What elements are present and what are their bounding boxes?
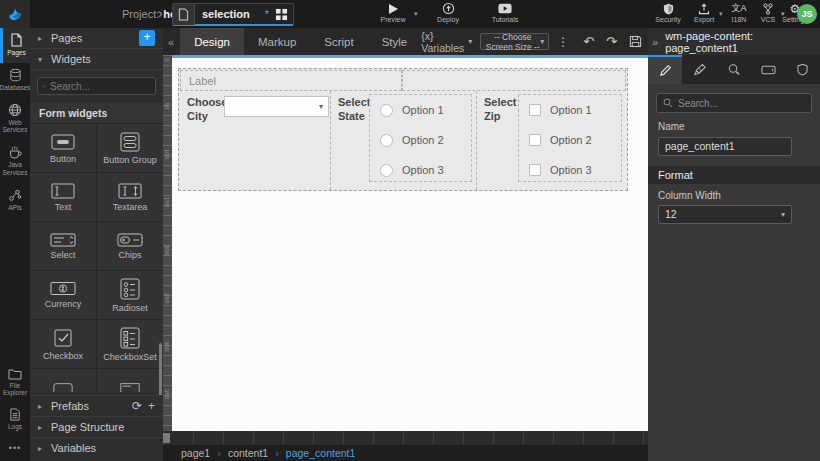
rail-item-apis[interactable]: APIs — [0, 183, 30, 218]
preview-chevron-icon[interactable]: ▾ — [414, 10, 418, 18]
radio-icon[interactable] — [380, 134, 393, 147]
search-icon — [663, 98, 673, 108]
section-pages[interactable]: ▸ Pages + — [30, 28, 163, 49]
section-widgets[interactable]: ▾ Widgets — [30, 49, 163, 70]
checkbox-icon[interactable] — [529, 104, 541, 116]
tab-style[interactable]: Style — [368, 28, 422, 55]
collapse-left-panel-icon[interactable]: « — [163, 36, 180, 48]
open-page-tab[interactable]: selection * — [172, 3, 294, 26]
tutorials-button[interactable]: Tutorials — [483, 2, 527, 23]
wavemaker-logo-icon[interactable] — [0, 0, 30, 28]
tab-markup[interactable]: Markup — [244, 28, 310, 55]
apis-icon — [8, 188, 22, 202]
widget-partial-right[interactable] — [97, 369, 163, 392]
checkbox-icon[interactable] — [529, 134, 541, 146]
widget-partial-left[interactable] — [30, 369, 96, 392]
rail-item-file-explorer[interactable]: File Explorer — [0, 363, 30, 404]
more-options-icon[interactable]: ⋮ — [549, 35, 577, 49]
checkbox-option[interactable]: Option 2 — [519, 125, 621, 155]
widget-button-group[interactable]: Button Group — [97, 124, 163, 172]
city-select[interactable]: ▾ — [224, 96, 329, 117]
rail-item-databases[interactable]: Databases — [0, 63, 30, 98]
radio-option[interactable]: Option 1 — [370, 95, 471, 125]
widget-checkboxset[interactable]: CheckboxSet — [97, 320, 163, 368]
widget-button[interactable]: Button — [30, 124, 96, 172]
tab-events[interactable] — [717, 55, 751, 84]
checkbox-widget-icon — [53, 328, 73, 348]
preview-button[interactable]: Preview — [371, 2, 415, 23]
add-page-button[interactable]: + — [139, 30, 155, 46]
checkboxset-widget-icon — [120, 327, 140, 349]
layout-grid[interactable]: Label Choose City ▾ Select State Option … — [178, 68, 628, 191]
label-widget[interactable]: Label — [180, 70, 402, 91]
tab-device[interactable] — [751, 55, 785, 84]
checkbox-option[interactable]: Option 1 — [519, 95, 621, 125]
checkbox-icon[interactable] — [529, 164, 541, 176]
project-chevron-icon: › — [158, 5, 163, 21]
design-canvas: 0 50 100 150 200 250 300 350 Label Choos… — [163, 55, 648, 431]
widget-currency[interactable]: Currency — [30, 271, 96, 319]
breadcrumb-page1[interactable]: page1 — [181, 447, 210, 459]
tab-design[interactable]: Design — [180, 28, 244, 55]
grid-view-icon[interactable] — [269, 8, 293, 21]
rail-item-web-services[interactable]: Web Services — [0, 98, 30, 141]
tab-security[interactable] — [786, 55, 820, 84]
save-icon[interactable] — [623, 35, 648, 48]
radio-icon[interactable] — [380, 104, 393, 117]
i18n-button[interactable]: 文A I18N — [722, 2, 756, 23]
rail-item-pages[interactable]: Pages — [0, 28, 30, 63]
tutorials-video-icon — [498, 2, 512, 15]
security-button[interactable]: Security — [648, 2, 688, 23]
section-variables[interactable]: ▸ Variables — [30, 437, 163, 458]
select-state-column[interactable]: Select State Option 1 Option 2 Option 3 — [331, 91, 477, 190]
state-radioset[interactable]: Option 1 Option 2 Option 3 — [369, 94, 472, 182]
zip-checkboxset[interactable]: Option 1 Option 2 Option 3 — [518, 94, 622, 182]
widget-checkbox[interactable]: Checkbox — [30, 320, 96, 368]
redo-icon[interactable]: ↷ — [600, 34, 623, 49]
page-content-canvas[interactable]: Label Choose City ▾ Select State Option … — [172, 55, 648, 431]
deploy-button[interactable]: Deploy — [426, 2, 470, 23]
widget-search-input[interactable] — [50, 81, 150, 92]
empty-grid-cell[interactable] — [402, 70, 626, 91]
user-avatar[interactable]: JS — [797, 4, 817, 24]
widget-textarea[interactable]: Textarea — [97, 173, 163, 221]
name-input[interactable] — [658, 137, 792, 156]
web-services-globe-icon — [8, 103, 22, 117]
file-explorer-folder-icon — [8, 368, 22, 380]
export-button[interactable]: Export — [686, 2, 722, 23]
rail-more-icon[interactable]: ••• — [0, 437, 30, 459]
tab-styles[interactable] — [682, 55, 716, 84]
widget-radioset[interactable]: Radioset — [97, 271, 163, 319]
expand-panel-icon[interactable]: » — [652, 36, 658, 48]
variables-dropdown[interactable]: {x} Variables ▾ — [421, 30, 472, 54]
tab-script[interactable]: Script — [310, 28, 367, 55]
radio-icon[interactable] — [380, 164, 393, 177]
refresh-prefabs-icon[interactable]: ⟳ — [132, 399, 142, 413]
properties-search-input[interactable] — [678, 98, 798, 109]
textarea-widget-icon — [118, 183, 142, 199]
radio-option[interactable]: Option 2 — [370, 125, 471, 155]
rail-item-java-services[interactable]: Java Services — [0, 140, 30, 183]
section-prefabs[interactable]: ▸ Prefabs ⟳ + — [30, 395, 163, 416]
widget-text[interactable]: Text — [30, 173, 96, 221]
radio-option[interactable]: Option 3 — [370, 155, 471, 185]
properties-search[interactable] — [656, 93, 812, 113]
undo-icon[interactable]: ↶ — [577, 34, 600, 49]
section-page-structure[interactable]: ▸ Page Structure — [30, 416, 163, 437]
screen-size-select[interactable]: -- Choose Screen Size -- ▾ — [480, 33, 549, 50]
add-prefab-icon[interactable]: + — [148, 399, 155, 413]
widget-chips[interactable]: Chips — [97, 222, 163, 270]
widget-search[interactable] — [37, 77, 156, 95]
choose-city-column[interactable]: Choose City ▾ — [180, 91, 331, 190]
rail-item-logs[interactable]: Logs — [0, 403, 30, 437]
widget-select[interactable]: Select — [30, 222, 96, 270]
collapsed-arrow-icon: ▸ — [38, 34, 45, 43]
tab-properties[interactable] — [648, 55, 682, 84]
column-width-select[interactable]: 12 ▾ — [658, 205, 792, 224]
select-zip-column[interactable]: Select Zip Option 1 Option 2 Option 3 — [477, 91, 627, 190]
breadcrumb-page-content1[interactable]: page_content1 — [286, 447, 355, 459]
checkbox-option[interactable]: Option 3 — [519, 155, 621, 185]
breadcrumb-content1[interactable]: content1 — [228, 447, 268, 459]
form-widgets-header: Form widgets — [30, 101, 163, 123]
chevron-down-icon: ▾ — [319, 102, 323, 111]
